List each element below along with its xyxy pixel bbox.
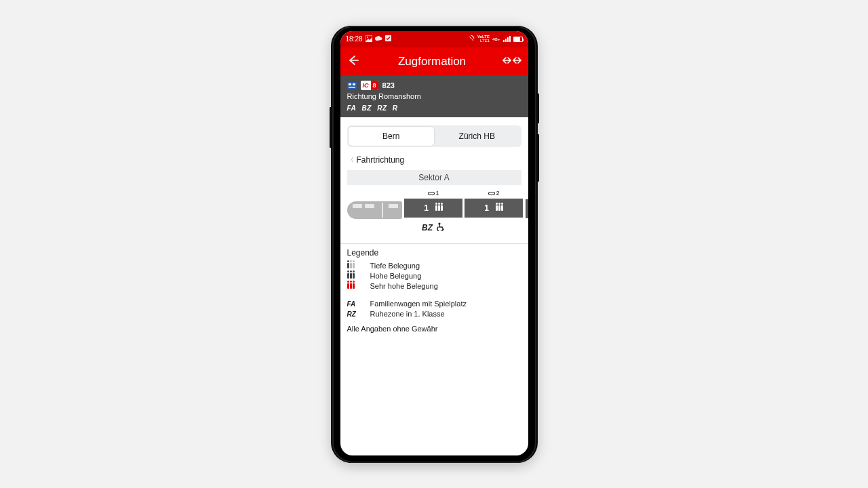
car-1[interactable]: 1 1 BZ	[405, 189, 462, 234]
station-selector: Bern Zürich HB	[347, 125, 521, 147]
divider	[340, 243, 528, 244]
svg-rect-4	[349, 83, 351, 85]
back-button[interactable]	[347, 54, 362, 68]
svg-point-1	[367, 37, 368, 38]
low-floor-icon	[428, 192, 435, 195]
sbb-logo-icon	[502, 56, 521, 68]
wheelchair-icon	[437, 222, 445, 233]
people-very-high-icon	[347, 283, 355, 289]
legend-high-occupancy: Hohe Belegung	[347, 272, 521, 280]
svg-rect-6	[349, 87, 355, 88]
phone-screen: 18:28 VoLTE LTE1 4G+	[340, 31, 528, 455]
occupancy-icon	[435, 205, 443, 211]
people-high-icon	[347, 273, 355, 279]
train-category-badge: IC 8	[361, 81, 378, 90]
low-floor-icon	[488, 192, 495, 195]
tab-bern[interactable]: Bern	[349, 127, 435, 146]
phone-frame: 18:28 VoLTE LTE1 4G+	[332, 26, 536, 463]
legend-very-high-occupancy: Sehr hohe Belegung	[347, 282, 521, 290]
car-2[interactable]: 2 1	[465, 189, 523, 234]
legend-disclaimer: Alle Angaben ohne Gewähr	[347, 325, 521, 333]
vibrate-icon	[468, 35, 475, 43]
arrow-left-icon	[347, 54, 359, 66]
train-direction: Richtung Romanshorn	[347, 92, 521, 102]
check-box-icon	[385, 35, 391, 43]
legend-rz: RZ Ruhezone in 1. Klasse	[347, 310, 521, 318]
svg-rect-5	[353, 83, 355, 85]
app-bar: Zugformation	[340, 47, 528, 76]
battery-icon	[513, 37, 523, 42]
network-type: VoLTE LTE1	[477, 35, 490, 43]
android-status-bar: 18:28 VoLTE LTE1 4G+	[340, 31, 528, 47]
car-class: 1	[424, 203, 429, 213]
legend: Legende Tiefe Belegung Hohe Belegung Seh…	[340, 248, 528, 338]
people-low-icon	[347, 263, 355, 268]
status-time: 18:28	[346, 35, 363, 43]
sector-header: Sektor A	[347, 170, 521, 185]
tab-zurich-hb[interactable]: Zürich HB	[434, 127, 520, 146]
car-class: 1	[484, 203, 489, 213]
app-bar-title: Zugformation	[362, 55, 502, 68]
car-formation[interactable]: 1 1 BZ 2 1	[340, 185, 528, 237]
occupancy-icon	[496, 205, 503, 211]
train-features: FA BZ RZ R	[347, 104, 521, 113]
signal-icon	[503, 36, 511, 42]
svg-rect-3	[347, 82, 357, 89]
car-peek	[526, 199, 528, 218]
train-icon	[347, 82, 357, 89]
locomotive-icon	[347, 201, 402, 219]
legend-low-occupancy: Tiefe Belegung	[347, 262, 521, 270]
train-info-panel: IC 8 823 Richtung Romanshorn FA BZ RZ R	[340, 76, 528, 118]
train-number: 823	[382, 81, 395, 91]
image-indicator-icon	[366, 35, 372, 43]
direction-of-travel: 〈 Fahrtrichtung	[340, 152, 528, 170]
cloud-icon	[375, 35, 382, 43]
car-feature-bz: BZ	[422, 223, 433, 232]
legend-fa: FA Familienwagen mit Spielplatz	[347, 300, 521, 308]
chevron-left-icon: 〈	[347, 155, 354, 165]
legend-title: Legende	[347, 248, 521, 258]
network-speed: 4G+	[492, 37, 500, 41]
